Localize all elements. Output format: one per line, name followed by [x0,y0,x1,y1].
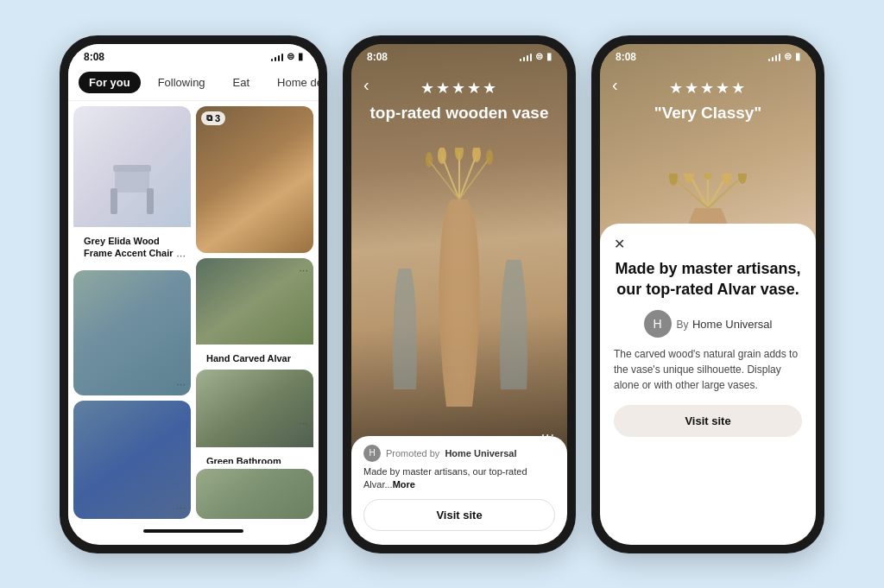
full-image-bg-3: 8:08 ⊜ ▮ ‹ ★★★★★ [600,44,816,545]
tab-eat[interactable]: Eat [223,72,261,93]
dispenser-menu-dots[interactable]: ··· [299,416,308,429]
signal-icon [271,53,284,61]
tiles-image [196,469,313,518]
nav-tabs: For you Following Eat Home decor [68,66,319,101]
sheet-overlay-3: ✕ Made by master artisans, our top-rated… [600,224,816,544]
grid-col-2: ⧉ 3 top-rated wooden vase Hand Carved Al… [196,106,313,519]
pin-vase-promoted[interactable]: Hand Carved Alvar Wooden Vase H Promoted… [196,258,313,364]
svg-rect-2 [147,188,154,214]
sink-image [73,270,191,396]
svg-rect-3 [113,165,151,172]
pin-chair[interactable]: Grey Elida Wood Frame Accent Chair ··· [73,106,191,265]
battery-icon: ▮ [298,51,303,62]
visit-site-btn-3[interactable]: Visit site [614,405,802,437]
brand-avatar-2: H [363,445,381,462]
svg-point-22 [669,174,678,186]
sheet-brand-avatar: H [644,310,672,338]
vase-badge: ⧉ 3 [201,111,225,125]
wifi-icon: ⊜ [287,51,294,62]
time-1: 8:08 [84,51,104,63]
phone-2-screen: 8:08 ⊜ ▮ ‹ ★★★★★ [351,44,567,545]
chair-menu-dots[interactable]: ··· [176,249,186,262]
phone-1: 8:08 ⊜ ▮ For you Fol [60,35,327,553]
promoted-bottom-row: H Promoted by Home Universal [363,445,555,462]
svg-point-13 [486,149,493,165]
chair-image [73,106,191,227]
stars-2: ★★★★★ [351,79,567,98]
quote-title-3: "Very Classy" [600,103,816,123]
svg-line-8 [459,158,489,199]
stars-3: ★★★★★ [600,79,816,98]
phone-2: 8:08 ⊜ ▮ ‹ ★★★★★ [343,35,576,553]
promoted-menu-dots[interactable]: ··· [299,263,308,276]
promoted-by-text-2: Promoted by [386,448,439,458]
bottom-bar-2: H Promoted by Home Universal Made by mas… [351,436,567,545]
phone-3: 8:08 ⊜ ▮ ‹ ★★★★★ [591,35,824,553]
status-bar-3: 8:08 ⊜ ▮ [600,44,816,66]
close-btn-3[interactable]: ✕ [614,236,625,252]
vase-promoted-title: Hand Carved Alvar Wooden Vase [201,348,308,364]
sink-menu-dots[interactable]: ··· [176,377,186,390]
battery-icon-2: ▮ [546,51,552,62]
tab-following[interactable]: Following [148,72,216,93]
chair-label: Grey Elida Wood Frame Accent Chair [79,231,186,265]
svg-rect-1 [110,188,117,214]
vase-promoted-image [196,258,313,345]
sheet-brand-row: H By Home Universal [614,310,802,338]
time-2: 8:08 [367,51,388,63]
svg-line-6 [459,155,477,199]
sheet-brand-name: Home Universal [692,318,772,331]
battery-icon-3: ▮ [795,51,800,62]
wifi-icon-2: ⊜ [535,51,543,62]
pin-dispenser[interactable]: Green Bathroom Glass Soap Dispenser ··· [196,370,313,465]
brand-name-2: Home Universal [445,448,516,458]
status-icons-2: ⊜ ▮ [520,51,552,62]
sheet-title-3: Made by master artisans, our top-rated A… [614,259,802,300]
by-label: By [677,319,689,331]
phone-1-screen: 8:08 ⊜ ▮ For you Fol [68,44,319,545]
pin-tiles[interactable] [196,469,313,518]
caption-2: Made by master artisans, our top-rated A… [363,465,555,492]
time-3: 8:08 [616,51,636,63]
vase-svg [373,148,546,441]
dispenser-label: Green Bathroom Glass Soap Dispenser [201,451,308,465]
pin-vase-top[interactable]: ⧉ 3 top-rated wooden vase [196,106,313,254]
status-icons-1: ⊜ ▮ [271,51,304,62]
full-image-bg: 8:08 ⊜ ▮ ‹ ★★★★★ [351,44,567,545]
svg-point-20 [703,174,713,180]
phone-3-screen: 8:08 ⊜ ▮ ‹ ★★★★★ [600,44,816,545]
more-link[interactable]: More [393,479,415,490]
visit-site-btn-2[interactable]: Visit site [363,499,555,531]
stack-icon: ⧉ [206,113,212,123]
svg-point-23 [738,174,747,184]
tab-home-decor[interactable]: Home decor [267,72,319,93]
status-icons-3: ⊜ ▮ [768,51,801,62]
pin-sink[interactable]: ··· [73,270,191,396]
status-bar-1: 8:08 ⊜ ▮ [68,44,319,66]
pinterest-grid: Grey Elida Wood Frame Accent Chair ··· ·… [68,101,319,524]
vase-top-image [196,106,313,254]
svg-point-10 [455,148,464,161]
signal-icon-3 [768,53,781,61]
chair-svg [106,141,158,218]
bath-image [73,401,191,518]
product-title-2: top-rated wooden vase [351,103,567,123]
status-bar-2: 8:08 ⊜ ▮ [351,44,567,66]
signal-icon-2 [520,53,533,61]
pin-bath[interactable]: ··· [73,401,191,518]
svg-line-4 [442,156,459,199]
sheet-description: The carved wood's natural grain adds to … [614,346,802,393]
wifi-icon-3: ⊜ [784,51,792,62]
dispenser-image [196,370,313,447]
svg-line-7 [429,161,459,199]
home-bar-1 [143,529,243,533]
bath-menu-dots[interactable]: ··· [176,501,186,514]
tab-for-you[interactable]: For you [79,72,141,93]
grid-col-1: Grey Elida Wood Frame Accent Chair ··· ·… [73,106,191,519]
svg-point-12 [426,152,433,168]
